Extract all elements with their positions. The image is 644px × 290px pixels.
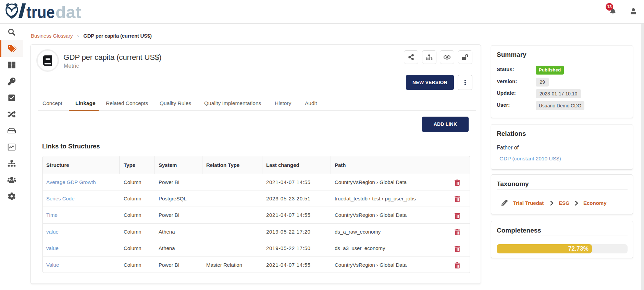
svg-text:dat: dat (55, 3, 81, 21)
svg-text:true: true (26, 3, 55, 21)
